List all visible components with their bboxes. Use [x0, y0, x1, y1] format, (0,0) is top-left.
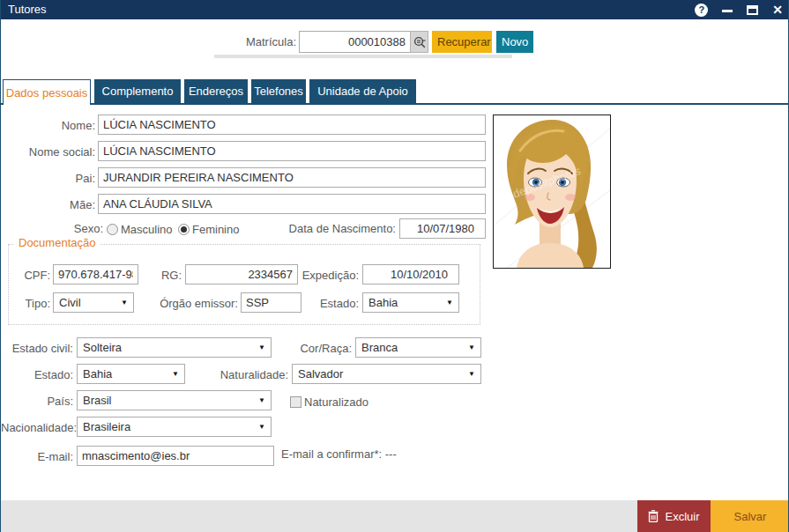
rg-label: RG:: [150, 269, 182, 282]
sexo-label: Sexo:: [1, 222, 103, 235]
email-input[interactable]: [77, 446, 274, 466]
naturalidade-select-value: Salvador: [298, 367, 343, 381]
documentacao-fieldset: Documentação CPF: RG: Expedição: Tipo: C…: [8, 244, 480, 325]
orgao-emissor-input[interactable]: [241, 292, 301, 313]
tab-telefones[interactable]: Telefones: [251, 79, 306, 103]
pai-label: Pai:: [1, 172, 95, 185]
estado-civil-label: Estado civil:: [1, 342, 73, 355]
cor-raca-label: Cor/Raça:: [281, 342, 352, 355]
rg-input[interactable]: [185, 264, 298, 284]
matricula-search-button[interactable]: [410, 31, 428, 53]
cpf-label: CPF:: [12, 269, 50, 282]
nome-label: Nome:: [1, 119, 95, 132]
data-nascimento-label: Data de Nascimento:: [274, 222, 396, 235]
chevron-down-icon: ▼: [121, 299, 128, 307]
maximize-icon[interactable]: [747, 5, 758, 15]
checkbox-icon[interactable]: [290, 396, 301, 408]
tab-complemento[interactable]: Complemento: [94, 79, 181, 103]
doc-estado-select[interactable]: Bahia ▼: [362, 292, 459, 313]
close-icon[interactable]: ✕: [772, 4, 783, 16]
estado-select[interactable]: Bahia ▼: [77, 364, 185, 384]
cpf-input[interactable]: [53, 264, 138, 284]
title-bar: Tutores ? ✕: [1, 0, 789, 19]
sexo-masculino-radio[interactable]: Masculino: [107, 221, 173, 237]
sexo-feminino-label: Feminino: [192, 223, 239, 236]
minimize-icon[interactable]: [722, 8, 733, 12]
email-confirmar-value: ---: [385, 447, 397, 461]
novo-button[interactable]: Novo: [496, 31, 533, 53]
chevron-down-icon: ▼: [258, 423, 265, 431]
orgao-emissor-label: Órgão emissor:: [159, 297, 238, 310]
excluir-button[interactable]: Excluir: [637, 500, 711, 532]
tab-label: Dados pessoais: [6, 86, 88, 100]
tab-underline: [1, 103, 789, 105]
recuperar-button[interactable]: Recuperar: [432, 31, 492, 53]
search-list-icon: [413, 36, 426, 48]
tipo-select[interactable]: Civil ▼: [53, 292, 134, 313]
salvar-button[interactable]: Salvar: [711, 500, 789, 532]
data-nascimento-input[interactable]: [399, 218, 486, 239]
tab-label: Endereços: [189, 85, 243, 98]
chevron-down-icon: ▼: [258, 344, 265, 351]
chevron-down-icon: ▼: [468, 370, 475, 378]
naturalidade-select[interactable]: Salvador ▼: [292, 364, 481, 384]
email-label: E-mail:: [1, 450, 73, 463]
nacionalidade-select[interactable]: Brasileira ▼: [77, 417, 272, 437]
nacionalidade-label: Nacionalidade:: [1, 421, 73, 434]
email-confirmar-text: E-mail a confirmar*: ---: [281, 447, 397, 461]
expedicao-label: Expedição:: [300, 269, 359, 282]
estado-civil-select[interactable]: Solteira ▼: [77, 337, 272, 358]
tab-enderecos[interactable]: Endereços: [184, 79, 248, 103]
nome-social-label: Nome social:: [1, 145, 95, 159]
cor-raca-select[interactable]: Branca ▼: [355, 337, 481, 358]
tipo-label: Tipo:: [12, 297, 50, 310]
doc-estado-select-value: Bahia: [368, 296, 398, 309]
tab-dados-pessoais[interactable]: Dados pessoais: [3, 79, 91, 105]
sexo-feminino-radio[interactable]: Feminino: [178, 221, 239, 237]
radio-icon[interactable]: [178, 224, 190, 235]
email-confirmar-label: E-mail a confirmar*:: [281, 447, 382, 461]
tutores-window: Tutores ? ✕ Matrícula: Recuperar Novo Da…: [0, 0, 789, 532]
radio-icon[interactable]: [107, 224, 118, 235]
nome-social-input[interactable]: [98, 141, 486, 161]
documentacao-legend: Documentação: [14, 236, 100, 249]
tab-unidade-de-apoio[interactable]: Unidade de Apoio: [309, 79, 416, 103]
titlebar-controls: ? ✕: [695, 0, 783, 19]
help-icon[interactable]: ?: [695, 4, 708, 17]
chevron-down-icon: ▼: [258, 396, 265, 404]
matricula-input[interactable]: [299, 31, 411, 53]
trash-icon: [648, 510, 659, 522]
mae-label: Mãe:: [1, 198, 95, 211]
doc-estado-label: Estado:: [300, 297, 359, 310]
tab-label: Complemento: [102, 85, 174, 98]
tipo-select-value: Civil: [59, 296, 81, 309]
naturalizado-checkbox[interactable]: Naturalizado: [290, 394, 368, 410]
naturalidade-label: Naturalidade:: [212, 368, 288, 381]
window-title: Tutores: [8, 3, 47, 16]
pais-label: País:: [1, 395, 73, 408]
sexo-masculino-label: Masculino: [121, 223, 173, 236]
tab-label: Unidade de Apoio: [317, 85, 408, 98]
pai-input[interactable]: [98, 167, 486, 188]
naturalizado-label: Naturalizado: [304, 395, 368, 409]
toolbar-divider: [214, 55, 512, 58]
chevron-down-icon: ▼: [172, 370, 179, 378]
nacionalidade-select-value: Brasileira: [83, 420, 130, 433]
avatar: depositphotos: [494, 115, 610, 268]
estado-label: Estado:: [1, 368, 73, 381]
tab-label: Telefones: [254, 85, 303, 98]
tutor-photo: depositphotos: [493, 115, 611, 269]
nome-input[interactable]: [98, 115, 486, 135]
cor-raca-select-value: Branca: [361, 341, 398, 354]
chevron-down-icon: ▼: [446, 299, 453, 307]
mae-input[interactable]: [98, 194, 486, 214]
excluir-label: Excluir: [665, 510, 699, 523]
matricula-label: Matrícula:: [217, 35, 296, 48]
expedicao-input[interactable]: [362, 264, 459, 284]
pais-select-value: Brasil: [83, 394, 112, 407]
chevron-down-icon: ▼: [468, 344, 475, 351]
estado-civil-select-value: Solteira: [83, 341, 122, 354]
estado-select-value: Bahia: [83, 367, 112, 381]
pais-select[interactable]: Brasil ▼: [77, 390, 272, 410]
